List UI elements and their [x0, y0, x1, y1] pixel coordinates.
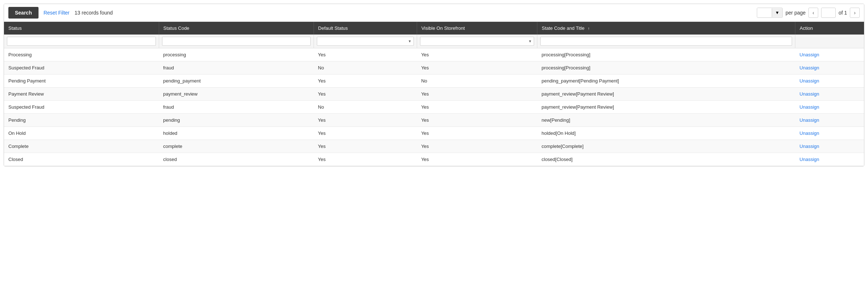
cell-action: Unassign	[795, 127, 864, 140]
cell-visible-on-storefront: Yes	[417, 127, 537, 140]
cell-status: Pending	[4, 114, 159, 127]
cell-status-code: fraud	[159, 101, 314, 114]
table-row: CompletecompleteYesYescomplete[Complete]…	[4, 140, 864, 153]
cell-status-code: pending_payment	[159, 74, 314, 88]
cell-action: Unassign	[795, 88, 864, 101]
cell-action: Unassign	[795, 74, 864, 88]
filter-select-visible-on-storefront[interactable]: Yes No	[420, 37, 534, 46]
search-button[interactable]: Search	[8, 7, 39, 19]
cell-default-status: Yes	[314, 74, 417, 88]
unassign-link[interactable]: Unassign	[800, 144, 819, 149]
unassign-link[interactable]: Unassign	[800, 91, 819, 97]
toolbar: Search Reset Filter 13 records found 20 …	[4, 4, 864, 22]
page-wrapper: Search Reset Filter 13 records found 20 …	[4, 4, 864, 166]
cell-default-status: Yes	[314, 153, 417, 166]
col-header-status-code: Status Code	[159, 22, 314, 35]
cell-status-code: pending	[159, 114, 314, 127]
table-row: ClosedclosedYesYesclosed[Closed]Unassign	[4, 153, 864, 166]
table-row: Pending Paymentpending_paymentYesNopendi…	[4, 74, 864, 88]
col-header-action: Action	[795, 22, 864, 35]
cell-status: Suspected Fraud	[4, 101, 159, 114]
cell-status-code: complete	[159, 140, 314, 153]
filter-cell-status	[4, 35, 159, 48]
unassign-link[interactable]: Unassign	[800, 157, 819, 162]
page-of-text: of 1	[839, 10, 847, 16]
cell-default-status: Yes	[314, 114, 417, 127]
table-row: ProcessingprocessingYesYesprocessing[Pro…	[4, 48, 864, 61]
cell-visible-on-storefront: Yes	[417, 114, 537, 127]
unassign-link[interactable]: Unassign	[800, 104, 819, 110]
filter-input-status-code[interactable]	[162, 37, 311, 46]
filter-select-default-status[interactable]: Yes No	[317, 37, 414, 46]
per-page-input[interactable]: 20	[757, 8, 772, 17]
cell-action: Unassign	[795, 114, 864, 127]
cell-status-code: holded	[159, 127, 314, 140]
cell-state-code-title: new[Pending]	[537, 114, 795, 127]
unassign-link[interactable]: Unassign	[800, 65, 819, 71]
filter-select-wrapper-visible: Yes No ▼	[420, 37, 534, 46]
col-header-state-code[interactable]: State Code and Title ↑	[537, 22, 795, 35]
cell-state-code-title: closed[Closed]	[537, 153, 795, 166]
cell-state-code-title: pending_payment[Pending Payment]	[537, 74, 795, 88]
unassign-link[interactable]: Unassign	[800, 52, 819, 57]
cell-action: Unassign	[795, 48, 864, 61]
cell-status: Processing	[4, 48, 159, 61]
filter-input-status[interactable]	[7, 37, 156, 46]
per-page-dropdown-button[interactable]: ▼	[772, 8, 782, 17]
col-header-visible-on-storefront: Visible On Storefront	[417, 22, 537, 35]
cell-visible-on-storefront: Yes	[417, 153, 537, 166]
filter-input-state-code[interactable]	[540, 37, 792, 46]
next-page-button[interactable]: ›	[850, 8, 860, 18]
col-header-status: Status	[4, 22, 159, 35]
table-row: Payment Reviewpayment_reviewYesYespaymen…	[4, 88, 864, 101]
cell-visible-on-storefront: No	[417, 74, 537, 88]
unassign-link[interactable]: Unassign	[800, 130, 819, 136]
table-row: Suspected FraudfraudNoYesprocessing[Proc…	[4, 61, 864, 74]
cell-action: Unassign	[795, 153, 864, 166]
cell-default-status: No	[314, 61, 417, 74]
unassign-link[interactable]: Unassign	[800, 78, 819, 84]
cell-action: Unassign	[795, 101, 864, 114]
records-found: 13 records found	[74, 10, 113, 16]
reset-filter-link[interactable]: Reset Filter	[44, 10, 70, 16]
table-body: ProcessingprocessingYesYesprocessing[Pro…	[4, 48, 864, 166]
cell-status-code: fraud	[159, 61, 314, 74]
cell-default-status: No	[314, 101, 417, 114]
cell-visible-on-storefront: Yes	[417, 140, 537, 153]
unassign-link[interactable]: Unassign	[800, 117, 819, 123]
cell-status: Pending Payment	[4, 74, 159, 88]
cell-state-code-title: complete[Complete]	[537, 140, 795, 153]
cell-state-code-title: holded[On Hold]	[537, 127, 795, 140]
table-row: Suspected FraudfraudNoYespayment_review[…	[4, 101, 864, 114]
cell-status: Suspected Fraud	[4, 61, 159, 74]
cell-status: Complete	[4, 140, 159, 153]
pagination-controls: 20 ▼ per page ‹ 1 of 1 ›	[757, 8, 860, 18]
cell-status: Closed	[4, 153, 159, 166]
cell-status: Payment Review	[4, 88, 159, 101]
data-table: Status Status Code Default Status Visibl…	[4, 22, 864, 166]
cell-action: Unassign	[795, 140, 864, 153]
cell-status-code: processing	[159, 48, 314, 61]
page-number-input[interactable]: 1	[821, 8, 836, 18]
table-filter-row: Yes No ▼ Yes No ▼	[4, 35, 864, 48]
cell-default-status: Yes	[314, 88, 417, 101]
prev-page-button[interactable]: ‹	[808, 8, 818, 18]
per-page-label: per page	[786, 10, 806, 16]
cell-visible-on-storefront: Yes	[417, 101, 537, 114]
sort-icon: ↑	[588, 26, 590, 31]
cell-visible-on-storefront: Yes	[417, 88, 537, 101]
filter-cell-visible-on-storefront: Yes No ▼	[417, 35, 537, 48]
cell-default-status: Yes	[314, 140, 417, 153]
filter-cell-state-code	[537, 35, 795, 48]
col-header-default-status: Default Status	[314, 22, 417, 35]
cell-visible-on-storefront: Yes	[417, 61, 537, 74]
cell-state-code-title: payment_review[Payment Review]	[537, 88, 795, 101]
table-header-row: Status Status Code Default Status Visibl…	[4, 22, 864, 35]
cell-state-code-title: processing[Processing]	[537, 61, 795, 74]
filter-cell-default-status: Yes No ▼	[314, 35, 417, 48]
cell-action: Unassign	[795, 61, 864, 74]
filter-cell-status-code	[159, 35, 314, 48]
cell-visible-on-storefront: Yes	[417, 48, 537, 61]
cell-state-code-title: payment_review[Payment Review]	[537, 101, 795, 114]
filter-cell-action	[795, 35, 864, 48]
